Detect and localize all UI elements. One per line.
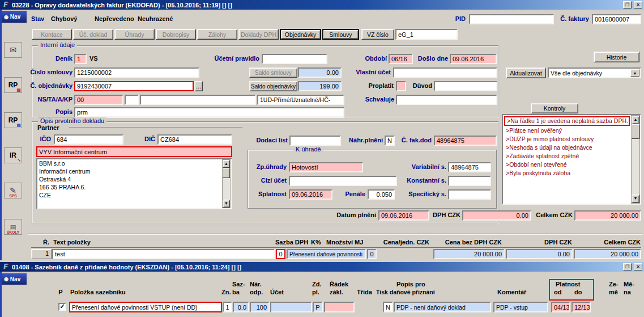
- sidebar-item-rp-red[interactable]: RP ▦: [4, 77, 22, 93]
- kontroly-message[interactable]: >Na řádku 1 je uvedena neplatná sazba DP…: [504, 116, 630, 126]
- row-text-field[interactable]: test: [52, 249, 275, 259]
- kontace-button[interactable]: Kontace: [32, 29, 72, 40]
- w2-tisk-field[interactable]: N: [383, 302, 393, 312]
- splatnost-field[interactable]: 09.06.2016: [289, 189, 332, 200]
- row-dph-field[interactable]: 0.00: [506, 249, 573, 259]
- row-checkbox[interactable]: ✓: [58, 303, 66, 311]
- window2-titlebar[interactable]: F 01408 - Sazebník daně z přidané hodnot…: [0, 262, 644, 272]
- scroll-up-icon[interactable]: ▲: [223, 160, 230, 168]
- w2-sazba-field[interactable]: 0.0: [233, 302, 249, 312]
- kontroly-message[interactable]: >Zadáváte splatnost zpětně: [504, 152, 630, 160]
- vlastni-ucet-field[interactable]: [393, 67, 497, 78]
- smlouvy-button[interactable]: Smlouvy: [322, 29, 359, 40]
- w2-nar-odp-field[interactable]: 100: [250, 302, 270, 312]
- ico-field[interactable]: 684: [54, 134, 123, 145]
- doslo-dne-field[interactable]: 09.06.2016: [450, 54, 497, 64]
- vz-cislo-field[interactable]: eG_1: [395, 29, 458, 40]
- c-faktury-field[interactable]: 0016000007: [592, 14, 641, 24]
- row-sazba-nazev-field[interactable]: Přenesení daňové povinnosti: [287, 249, 366, 259]
- kontroly-message[interactable]: >Plátce není ověřený: [504, 126, 630, 135]
- uhrady-button[interactable]: Úhrady: [114, 29, 155, 40]
- window1-restore-button[interactable]: ❐: [623, 1, 632, 9]
- historie-button[interactable]: Historie: [594, 52, 639, 62]
- w2-popis-field[interactable]: PDP - není daňový doklad: [394, 302, 491, 312]
- ns-field-3[interactable]: [140, 95, 256, 105]
- kontroly-button[interactable]: Kontroly: [531, 103, 578, 113]
- kontroly-message[interactable]: >Byla poskytnuta záloha: [504, 169, 630, 177]
- scroll-down-icon[interactable]: ▼: [632, 195, 639, 203]
- schvaluje-field[interactable]: [396, 95, 497, 105]
- w2-zn-field[interactable]: 1: [223, 302, 232, 312]
- ns-field-2[interactable]: [125, 95, 139, 105]
- w2-platnost-od-field[interactable]: 04/13: [551, 302, 570, 312]
- window2-close-button[interactable]: ✕: [634, 263, 642, 270]
- scroll-thumb[interactable]: [632, 124, 639, 139]
- saldo-objednavky-field[interactable]: 199.00: [298, 81, 342, 91]
- ucetni-pravidlo-field[interactable]: [262, 54, 327, 64]
- c-fak-dod-field[interactable]: 48964875: [434, 136, 497, 146]
- zp-uhrady-field[interactable]: Hotovostí: [289, 162, 363, 172]
- dic-field[interactable]: CZ684: [157, 134, 232, 145]
- kontroly-message[interactable]: >DUZP je mimo platnost smlouvy: [504, 135, 630, 143]
- w2-zd-pl-field[interactable]: P: [313, 302, 323, 312]
- dodaci-list-field[interactable]: [289, 136, 341, 146]
- dph-czk-field[interactable]: 0.00: [462, 210, 531, 221]
- saldo-smlouvy-field[interactable]: 0.00: [298, 67, 342, 78]
- penale-field[interactable]: 0.050: [368, 189, 395, 200]
- nav-toggle[interactable]: ◉ Nav: [2, 11, 27, 23]
- w2-radek-zakl-field[interactable]: [324, 302, 355, 312]
- window2-restore-button[interactable]: ❐: [623, 263, 632, 270]
- kontroly-message[interactable]: >Neshoda s údaji na objednávce: [504, 143, 630, 152]
- konstantni-field[interactable]: [448, 176, 491, 186]
- nahr-plneni-field[interactable]: N: [385, 136, 395, 146]
- window1-close-button[interactable]: ✕: [634, 1, 642, 9]
- saldo-objednavky-button[interactable]: Saldo objednávky: [249, 81, 297, 91]
- scroll-track[interactable]: [223, 178, 230, 200]
- row-celkem-field[interactable]: 20 000.00: [574, 249, 641, 259]
- variabilni-field[interactable]: 48964875: [448, 162, 491, 172]
- specificky-field[interactable]: [448, 189, 491, 200]
- c-objednavky-field[interactable]: 9192430007: [74, 81, 194, 91]
- objednavky-button[interactable]: Objednávky: [280, 29, 321, 40]
- partner-name-field[interactable]: VYV Informační centrum: [36, 146, 232, 157]
- kontroly-scrollbar[interactable]: ▲ ▼: [631, 115, 640, 204]
- window1-titlebar[interactable]: F 03228 - Opravy dodavatelských faktur (…: [0, 0, 644, 10]
- row-number-cell[interactable]: 1: [31, 249, 52, 259]
- celkem-czk-field[interactable]: 20 000.00: [574, 210, 641, 221]
- dobropisy-button[interactable]: Dobropisy: [156, 29, 196, 40]
- row-sazba-field[interactable]: 0: [276, 249, 285, 259]
- row-k-field[interactable]: 0: [367, 249, 377, 259]
- cizi-ucet-field[interactable]: [289, 176, 397, 186]
- scroll-thumb[interactable]: [223, 168, 230, 178]
- scroll-down-icon[interactable]: ▼: [223, 200, 230, 208]
- obdobi-field[interactable]: 06/16: [389, 54, 413, 64]
- proplatit-field[interactable]: [396, 81, 406, 91]
- popis-field[interactable]: prm: [74, 107, 344, 117]
- sidebar-item-ir[interactable]: IR ➘: [4, 147, 22, 163]
- w2-ucet-field[interactable]: [270, 302, 312, 312]
- sidebar-item-rp-blue[interactable]: RP ▦: [4, 112, 22, 128]
- cislo-smlouvy-field[interactable]: 1215000002: [74, 67, 199, 78]
- partner-address-area[interactable]: BBM s.r.o Informační centrum Ostravská 4…: [36, 158, 232, 209]
- datum-plneni-field[interactable]: 09.06.2016: [378, 210, 429, 221]
- saldo-smlouvy-button[interactable]: Saldo smlouvy: [249, 67, 297, 78]
- scroll-track[interactable]: [632, 139, 639, 195]
- ns-field-4[interactable]: 1UD-Přímé/Uznatelné/HČ-: [257, 95, 344, 105]
- pid-field[interactable]: [469, 14, 554, 24]
- duvod-field[interactable]: [434, 81, 497, 91]
- w2-komentar-field[interactable]: PDP - vstup: [493, 302, 548, 312]
- denik-field[interactable]: 1: [74, 54, 87, 64]
- kontroly-message[interactable]: >Období není otevřené: [504, 160, 630, 169]
- dropdown-arrow-icon[interactable]: ▼: [630, 69, 639, 77]
- row-cena-bez-field[interactable]: 20 000.00: [433, 249, 505, 259]
- aktualizovat-mode-select[interactable]: Vše dle objednávky ▼: [548, 67, 641, 78]
- uc-doklad-button[interactable]: Úč. doklad: [73, 29, 113, 40]
- w2-platnost-do-field[interactable]: 12/13: [572, 302, 591, 312]
- sidebar-item-mail[interactable]: ✉: [4, 42, 22, 58]
- aktualizovat-button[interactable]: Aktualizovat: [506, 67, 546, 78]
- scroll-up-icon[interactable]: ▲: [632, 116, 639, 124]
- ns-field-1[interactable]: 00: [74, 95, 123, 105]
- address-scrollbar[interactable]: ▲ ▼: [222, 159, 231, 208]
- doklady-dph-button[interactable]: Doklady DPH: [238, 29, 279, 40]
- c-objednavky-lookup-button[interactable]: …: [194, 81, 203, 91]
